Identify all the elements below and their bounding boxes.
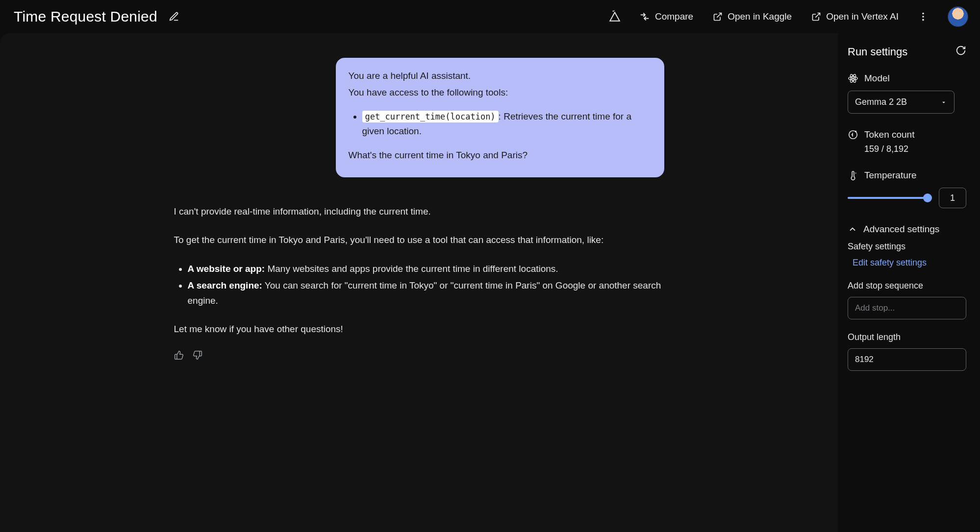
- model-value: Gemma 2 2B: [855, 97, 907, 107]
- stop-sequence-block: Add stop sequence: [848, 281, 966, 319]
- output-length-input[interactable]: [848, 348, 966, 371]
- svg-point-1: [922, 16, 924, 18]
- chevron-up-icon: [848, 224, 857, 234]
- token-count-value: 159 / 8,192: [848, 144, 966, 154]
- response-paragraph: Let me know if you have other questions!: [174, 322, 664, 337]
- thumbs-up-icon: [174, 350, 184, 360]
- avatar[interactable]: [948, 6, 968, 27]
- edit-safety-settings-link[interactable]: Edit safety settings: [848, 258, 966, 268]
- edit-title-button[interactable]: [167, 10, 181, 24]
- safety-indicator-button[interactable]: [605, 7, 625, 26]
- temperature-label: Temperature: [864, 170, 917, 181]
- safety-settings-block: Safety settings Edit safety settings: [848, 242, 966, 268]
- advanced-settings-label: Advanced settings: [863, 224, 939, 235]
- feedback-row: [174, 350, 664, 360]
- temperature-slider[interactable]: [848, 193, 932, 202]
- reset-settings-button[interactable]: [955, 45, 966, 58]
- output-length-label: Output length: [848, 332, 966, 342]
- response-list-item: A website or app: Many websites and apps…: [188, 262, 664, 276]
- content-area: You are a helpful AI assistant. You have…: [0, 33, 980, 532]
- prompt-line: You are a helpful AI assistant.: [349, 69, 652, 83]
- triangle-check-icon: [608, 10, 621, 23]
- prompt-line: You have access to the following tools:: [349, 85, 652, 100]
- open-in-kaggle-button[interactable]: Open in Kaggle: [708, 7, 797, 26]
- app-header: Time Request Denied Compare Open in Kagg…: [0, 0, 980, 33]
- thumbs-down-button[interactable]: [193, 350, 202, 360]
- external-link-icon: [811, 12, 821, 22]
- model-select[interactable]: Gemma 2 2B: [848, 91, 955, 114]
- advanced-settings-toggle[interactable]: Advanced settings: [848, 224, 966, 235]
- prompt-bubble: You are a helpful AI assistant. You have…: [336, 58, 664, 177]
- svg-point-8: [855, 131, 856, 132]
- model-setting: Model Gemma 2 2B: [848, 73, 966, 114]
- token-icon: [848, 129, 858, 140]
- response-paragraph: To get the current time in Tokyo and Par…: [174, 233, 664, 247]
- output-length-block: Output length: [848, 332, 966, 371]
- temperature-value: 1: [950, 193, 955, 203]
- compare-button[interactable]: Compare: [634, 7, 698, 26]
- compare-icon: [639, 11, 650, 22]
- page-title: Time Request Denied: [14, 8, 157, 25]
- stop-sequence-input[interactable]: [848, 297, 966, 319]
- safety-settings-label: Safety settings: [848, 242, 966, 252]
- assistant-response: I can't provide real-time information, i…: [174, 204, 664, 360]
- temperature-setting: Temperature 1: [848, 170, 966, 208]
- atom-icon: [848, 73, 858, 84]
- response-list-item: A search engine: You can search for "cur…: [188, 278, 664, 308]
- prompt-question: What's the current time in Tokyo and Par…: [349, 148, 652, 163]
- response-bold: A search engine:: [188, 280, 262, 290]
- open-kaggle-label: Open in Kaggle: [728, 11, 792, 22]
- open-in-vertex-button[interactable]: Open in Vertex AI: [806, 7, 904, 26]
- more-vert-icon: [918, 11, 929, 22]
- temperature-value-box[interactable]: 1: [939, 188, 966, 208]
- pencil-icon: [169, 11, 179, 22]
- response-bold: A website or app:: [188, 264, 265, 274]
- external-link-icon: [713, 12, 723, 22]
- thermometer-icon: [848, 170, 858, 181]
- compare-label: Compare: [655, 11, 693, 22]
- tool-code: get_current_time(location): [362, 111, 499, 122]
- svg-point-2: [922, 19, 924, 21]
- svg-point-3: [853, 78, 854, 79]
- response-text: Many websites and apps provide the curre…: [265, 264, 558, 274]
- svg-point-0: [922, 13, 924, 15]
- refresh-icon: [955, 45, 966, 56]
- thumbs-down-icon: [193, 350, 202, 360]
- open-vertex-label: Open in Vertex AI: [826, 11, 899, 22]
- token-count-setting: Token count 159 / 8,192: [848, 129, 966, 154]
- stop-sequence-label: Add stop sequence: [848, 281, 966, 291]
- thumbs-up-button[interactable]: [174, 350, 184, 360]
- advanced-settings-section: Advanced settings Safety settings Edit s…: [848, 224, 966, 371]
- chat-pane: You are a helpful AI assistant. You have…: [0, 33, 838, 532]
- run-settings-title: Run settings: [848, 46, 907, 58]
- overflow-menu-button[interactable]: [913, 7, 933, 26]
- prompt-tool-item: get_current_time(location): Retrieves th…: [362, 109, 652, 139]
- token-count-label: Token count: [864, 129, 914, 140]
- chevron-down-icon: [940, 99, 947, 106]
- model-label: Model: [864, 73, 890, 84]
- response-paragraph: I can't provide real-time information, i…: [174, 204, 664, 219]
- run-settings-panel: Run settings Model Gemma 2 2B Token coun…: [838, 33, 980, 532]
